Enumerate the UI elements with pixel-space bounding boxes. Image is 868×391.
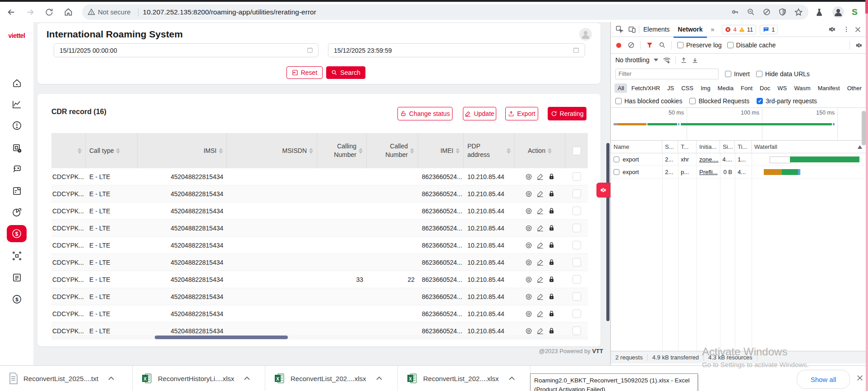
inspect-cursor-icon[interactable] [615,25,623,33]
lock-icon[interactable] [548,190,555,197]
row-checkbox[interactable] [573,292,581,301]
chevron-up-icon[interactable] [509,377,515,380]
download-item[interactable]: X ReconvertHistoryLi....xlsx [133,366,265,391]
timeline-overview[interactable]: 50 ms100 ms150 ms [611,108,868,141]
user-avatar-icon[interactable] [579,28,592,41]
filter-chip[interactable]: Manifest [814,83,843,93]
disable-cache-checkbox[interactable]: Disable cache [727,41,776,49]
edit-icon[interactable] [537,259,544,266]
sort-icon[interactable] [359,148,363,154]
tab-elements[interactable]: Elements [639,22,674,37]
network-filter-input[interactable] [615,69,719,79]
view-icon[interactable] [525,327,532,335]
network-conditions-icon[interactable] [663,57,671,64]
select-all-checkbox[interactable] [573,147,581,155]
has-blocked-cookies-checkbox[interactable]: Has blocked cookies [615,97,682,105]
rerating-button[interactable]: Rerating [548,107,586,120]
request-column-header[interactable]: T... [678,141,697,153]
clear-icon[interactable] [628,41,635,49]
search-button[interactable]: Search [326,66,365,79]
devtools-scrollbar[interactable] [862,111,866,145]
bookmark-star-icon[interactable] [794,8,803,17]
sort-icon[interactable] [410,148,414,154]
lock-icon[interactable] [548,327,555,334]
request-column-header[interactable]: Ti... [735,141,752,153]
sidebar-item-reports[interactable] [0,268,33,286]
table-row[interactable]: CDCYPK... E - LTE 452048822815434 862366… [51,305,588,322]
s-extension-icon[interactable]: S [852,7,858,17]
row-checkbox[interactable] [573,241,581,249]
sidebar-item-system-config[interactable] [0,139,33,157]
table-horizontal-scrollbar[interactable] [51,335,588,340]
table-row[interactable]: CDCYPK... E - LTE 452048822815434 862366… [51,168,588,185]
sidebar-item-finance[interactable]: $ [0,290,33,308]
forward-icon[interactable] [23,5,38,20]
sort-icon[interactable] [456,148,460,154]
device-toolbar-icon[interactable] [628,25,636,33]
request-row[interactable]: export 2... xhr zone.... 4.... 1... [611,153,868,166]
filter-chip[interactable]: Img [697,83,714,93]
edit-icon[interactable] [537,225,544,231]
edit-icon[interactable] [537,207,544,214]
errors-warnings-badge[interactable]: 4 11 [722,25,756,34]
network-settings-icon[interactable] [855,41,863,49]
row-checkbox[interactable] [573,258,581,267]
edit-icon[interactable] [537,327,544,334]
filter-chip[interactable]: JS [664,83,677,93]
request-row[interactable]: export 2... p... Prefli... 0 B 4... [611,166,868,179]
filter-chip[interactable]: Font [738,83,756,93]
export-button[interactable]: Export [505,107,538,120]
view-icon[interactable] [525,276,532,283]
row-checkbox[interactable] [573,207,581,215]
sidebar-item-network-nodes[interactable] [0,247,33,265]
hide-data-urls-checkbox[interactable]: Hide data URLs [756,70,810,78]
lock-icon[interactable] [548,259,555,266]
third-party-checkbox[interactable]: ✓3rd-party requests [757,97,817,105]
filter-chip[interactable]: WS [774,83,790,93]
view-icon[interactable] [525,310,532,317]
filter-chip[interactable]: Doc [757,83,773,93]
sidebar-item-home[interactable] [0,74,33,92]
chevron-up-icon[interactable] [108,377,114,380]
view-icon[interactable] [525,242,532,249]
request-initiator[interactable]: zone.... [697,153,720,166]
view-icon[interactable] [525,173,532,180]
blocked-icon[interactable] [762,8,771,16]
column-header[interactable] [51,133,86,168]
address-bar[interactable]: Not secure 10.207.252.135:8200/roaming-a… [82,5,808,20]
download-item[interactable]: ReconvertList_2025....txt [0,366,133,391]
edit-icon[interactable] [537,293,544,300]
sidebar-item-report-chart[interactable] [0,95,33,113]
back-icon[interactable] [4,5,19,20]
column-header[interactable]: Call type [86,133,138,168]
floating-settings-button[interactable] [596,183,610,198]
sort-icon[interactable] [507,148,511,154]
column-header[interactable]: PDP address [464,133,515,168]
download-item[interactable]: X ReconvertList_202....xlsx [265,366,398,391]
issues-badge[interactable]: 1 [760,25,778,34]
shield-icon[interactable] [778,8,787,16]
column-header[interactable]: Calling Number [317,133,367,168]
main-vertical-scrollbar[interactable] [606,143,609,321]
request-column-header[interactable]: Waterfall [752,141,868,153]
filter-funnel-icon[interactable] [646,41,653,49]
request-checkbox[interactable] [614,156,619,162]
filter-chip[interactable]: Other [844,83,865,93]
date-from-input[interactable] [54,43,319,57]
lock-icon[interactable] [548,276,555,283]
sidebar-item-alerts[interactable] [0,116,33,134]
refresh-icon[interactable] [42,5,57,20]
table-row[interactable]: CDCYPK... E - LTE 452048822815434 862366… [51,237,588,254]
sort-icon[interactable] [116,148,120,154]
view-icon[interactable] [525,293,532,300]
lock-icon[interactable] [548,207,555,214]
edit-icon[interactable] [537,190,544,197]
row-checkbox[interactable] [573,309,581,318]
table-row[interactable]: CDCYPK... E - LTE 452048822815434 862366… [51,288,588,305]
request-initiator[interactable]: Prefli... [697,166,720,178]
sidebar-item-statistics[interactable] [0,203,33,221]
sidebar-item-billing-active[interactable]: $ [7,225,27,242]
request-column-header[interactable]: Si... [720,141,735,153]
filter-chip[interactable]: All [614,83,627,93]
edit-icon[interactable] [537,173,544,180]
